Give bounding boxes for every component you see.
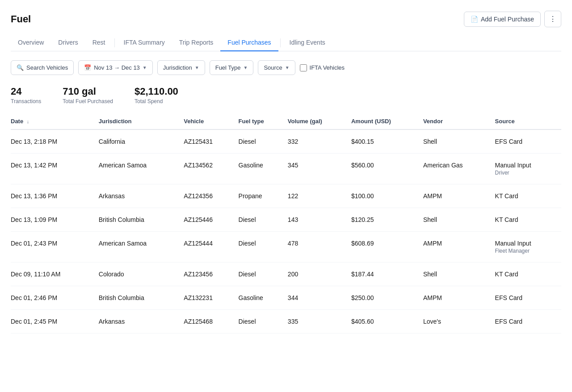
tab-idling-events[interactable]: Idling Events [282, 34, 332, 51]
source-main: Manual Input [495, 240, 556, 247]
cell-jurisdiction: British Columbia [99, 286, 184, 310]
filters-bar: 🔍 Search Vehicles 📅 Nov 13 → Dec 13 ▼ Ju… [11, 60, 561, 75]
cell-jurisdiction: Colorado [99, 263, 184, 286]
cell-vehicle: AZ123456 [184, 263, 238, 286]
transactions-stat: 24 Transactions [11, 86, 41, 104]
cell-source: EFS Card [495, 310, 561, 334]
cell-date: Dec 01, 2:46 PM [11, 286, 99, 310]
cell-amount: $250.00 [351, 286, 423, 310]
table-row[interactable]: Dec 13, 2:18 PM California AZ125431 Dies… [11, 129, 561, 154]
cell-source: EFS Card [495, 129, 561, 154]
table-row[interactable]: Dec 13, 1:42 PM American Samoa AZ134562 … [11, 154, 561, 184]
source-main: KT Card [495, 192, 556, 200]
tab-rest[interactable]: Rest [85, 34, 113, 51]
calendar-icon: 📅 [84, 64, 91, 71]
tab-trip-reports[interactable]: Trip Reports [172, 34, 221, 51]
cell-vendor: AMPM [423, 286, 495, 310]
nav-divider-2 [280, 38, 281, 47]
table-row[interactable]: Dec 01, 2:45 PM Arkansas AZ125468 Diesel… [11, 310, 561, 334]
jurisdiction-filter-button[interactable]: Jurisdiction ▼ [157, 60, 205, 75]
cell-fuel-type: Gasoline [239, 154, 288, 184]
cell-vendor: Shell [423, 129, 495, 154]
cell-vehicle: AZ125431 [184, 129, 238, 154]
cell-vehicle: AZ124356 [184, 184, 238, 208]
cell-amount: $187.44 [351, 263, 423, 286]
cell-amount: $100.00 [351, 184, 423, 208]
header-actions: 📄 Add Fuel Purchase ⋮ [464, 11, 561, 27]
cell-vendor: American Gas [423, 154, 495, 184]
cell-volume: 345 [288, 154, 351, 184]
col-date[interactable]: Date ↓ [11, 113, 99, 129]
chevron-down-icon: ▼ [143, 65, 147, 70]
col-volume: Volume (gal) [288, 113, 351, 129]
cell-amount: $405.60 [351, 310, 423, 334]
volume-stat: 710 gal Total Fuel Purchased [63, 86, 113, 104]
chevron-down-icon: ▼ [285, 65, 290, 70]
nav-divider-1 [114, 38, 115, 47]
tab-drivers[interactable]: Drivers [51, 34, 85, 51]
cell-vehicle: AZ132231 [184, 286, 238, 310]
col-source: Source [495, 113, 561, 129]
transactions-label: Transactions [11, 98, 41, 104]
cell-vehicle: AZ125446 [184, 208, 238, 232]
col-vehicle: Vehicle [184, 113, 238, 129]
cell-source: KT Card [495, 263, 561, 286]
source-sub: Driver [495, 170, 556, 176]
source-main: EFS Card [495, 138, 556, 145]
cell-jurisdiction: British Columbia [99, 208, 184, 232]
cell-date: Dec 13, 1:42 PM [11, 154, 99, 184]
search-vehicles-button[interactable]: 🔍 Search Vehicles [11, 60, 74, 75]
add-fuel-purchase-button[interactable]: 📄 Add Fuel Purchase [464, 12, 541, 27]
cell-fuel-type: Diesel [239, 129, 288, 154]
source-sub: Fleet Manager [495, 248, 556, 254]
cell-vendor: Love's [423, 310, 495, 334]
table-row[interactable]: Dec 13, 1:09 PM British Columbia AZ12544… [11, 208, 561, 232]
table-row[interactable]: Dec 01, 2:43 PM American Samoa AZ125444 … [11, 232, 561, 263]
more-options-button[interactable]: ⋮ [544, 11, 561, 27]
cell-vendor: Shell [423, 263, 495, 286]
table-row[interactable]: Dec 13, 1:36 PM Arkansas AZ124356 Propan… [11, 184, 561, 208]
cell-amount: $560.00 [351, 154, 423, 184]
ifta-vehicles-checkbox[interactable] [300, 64, 307, 71]
source-filter-button[interactable]: Source ▼ [258, 60, 295, 75]
cell-fuel-type: Diesel [239, 310, 288, 334]
cell-date: Dec 01, 2:43 PM [11, 232, 99, 263]
cell-volume: 200 [288, 263, 351, 286]
date-range-button[interactable]: 📅 Nov 13 → Dec 13 ▼ [78, 60, 153, 75]
cell-fuel-type: Gasoline [239, 286, 288, 310]
col-fuel-type: Fuel type [239, 113, 288, 129]
stats-bar: 24 Transactions 710 gal Total Fuel Purch… [11, 86, 561, 104]
cell-source: Manual Input Fleet Manager [495, 232, 561, 263]
cell-vehicle: AZ134562 [184, 154, 238, 184]
cell-source: KT Card [495, 184, 561, 208]
spend-stat: $2,110.00 Total Spend [135, 86, 178, 104]
fuel-purchases-table: Date ↓ Jurisdiction Vehicle Fuel type Vo… [11, 113, 561, 334]
table-row[interactable]: Dec 09, 11:10 AM Colorado AZ123456 Diese… [11, 263, 561, 286]
cell-volume: 122 [288, 184, 351, 208]
table-header-row: Date ↓ Jurisdiction Vehicle Fuel type Vo… [11, 113, 561, 129]
search-icon: 🔍 [17, 64, 24, 71]
cell-vendor: AMPM [423, 184, 495, 208]
tab-fuel-purchases[interactable]: Fuel Purchases [220, 34, 278, 51]
source-main: KT Card [495, 271, 556, 278]
ifta-vehicles-checkbox-label[interactable]: IFTA Vehicles [300, 64, 345, 71]
cell-volume: 344 [288, 286, 351, 310]
tab-ifta-summary[interactable]: IFTA Summary [117, 34, 172, 51]
cell-jurisdiction: American Samoa [99, 154, 184, 184]
table-row[interactable]: Dec 01, 2:46 PM British Columbia AZ13223… [11, 286, 561, 310]
tab-overview[interactable]: Overview [11, 34, 51, 51]
cell-fuel-type: Diesel [239, 232, 288, 263]
cell-source: EFS Card [495, 286, 561, 310]
chevron-down-icon: ▼ [244, 65, 248, 70]
cell-date: Dec 01, 2:45 PM [11, 310, 99, 334]
transactions-value: 24 [11, 86, 41, 97]
cell-volume: 478 [288, 232, 351, 263]
cell-volume: 143 [288, 208, 351, 232]
volume-value: 710 gal [63, 86, 113, 97]
fuel-type-filter-button[interactable]: Fuel Type ▼ [210, 60, 254, 75]
cell-source: Manual Input Driver [495, 154, 561, 184]
spend-value: $2,110.00 [135, 86, 178, 97]
source-main: KT Card [495, 216, 556, 223]
cell-amount: $608.69 [351, 232, 423, 263]
cell-volume: 332 [288, 129, 351, 154]
